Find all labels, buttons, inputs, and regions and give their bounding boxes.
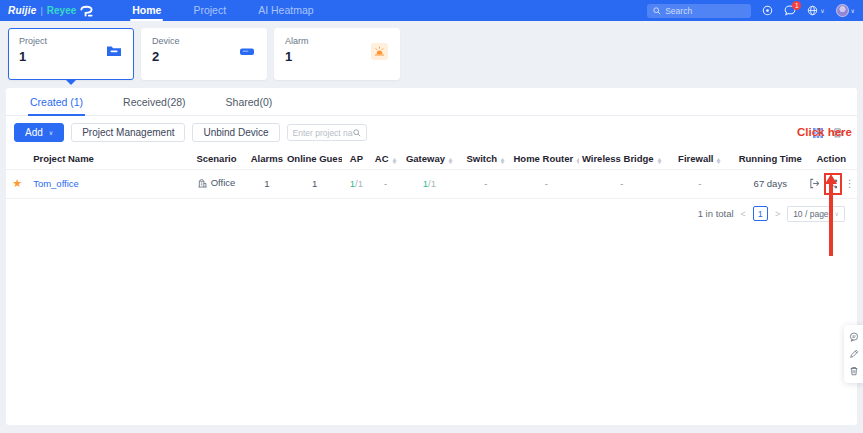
table-toolbar: Add ∨ Project Management Unbind Device: [6, 116, 857, 147]
nav-item-ai-heatmap[interactable]: AI Heatmap: [242, 0, 329, 21]
reyee-swan-icon: [79, 4, 94, 17]
firewall-value: -: [665, 169, 735, 198]
notification-badge: 1: [792, 1, 801, 10]
enter-project-icon[interactable]: [808, 177, 821, 190]
folder-icon: [106, 43, 122, 61]
search-icon: [353, 129, 361, 137]
ac-value: -: [371, 169, 401, 198]
col-firewall[interactable]: Firewall▲▼: [665, 148, 735, 169]
alarms-value: 1: [247, 169, 287, 198]
add-button[interactable]: Add ∨: [14, 123, 64, 142]
alarm-icon: [371, 43, 388, 60]
feedback-icon[interactable]: [849, 349, 859, 359]
sort-icon[interactable]: ▲▼: [716, 158, 721, 164]
wireless-bridge-value: -: [579, 169, 665, 198]
red-arrow-annotation: [824, 174, 837, 256]
running-time-value: 67 days: [735, 169, 805, 198]
col-scenario[interactable]: Scenario: [186, 148, 246, 169]
brand-logo[interactable]: Ruijie | Reyee: [8, 4, 94, 17]
ap-value: 1/1: [342, 169, 370, 198]
navbar-right: 1 ∨ ∨: [647, 4, 855, 18]
table-row: ★ Tom_office Office 1 1 1/1 - 1/1 - -: [6, 169, 857, 198]
project-name-link[interactable]: Tom_office: [33, 178, 79, 189]
favorite-column-header: [6, 148, 28, 169]
prev-page-icon[interactable]: <: [741, 209, 746, 219]
tab-received[interactable]: Received(28): [121, 88, 187, 115]
switch-value: -: [458, 169, 513, 198]
col-gateway[interactable]: Gateway▲▼: [401, 148, 458, 169]
brand-reyee: Reyee: [47, 5, 76, 16]
col-action: Action: [806, 148, 858, 169]
pagination: 1 in total < 1 > 10 / page ∨: [6, 199, 857, 222]
scenario-label: Office: [211, 177, 236, 188]
stat-card-alarm[interactable]: Alarm 1: [274, 28, 400, 80]
notification-icon[interactable]: 1: [784, 5, 796, 16]
nav-item-project[interactable]: Project: [177, 0, 242, 21]
stat-card-project[interactable]: Project 1: [8, 28, 134, 80]
stat-cards: Project 1 Device 2 Alarm 1: [0, 21, 863, 86]
online-guests-value: 1: [287, 169, 342, 198]
project-management-button[interactable]: Project Management: [71, 123, 185, 142]
chevron-down-icon: ∨: [851, 7, 855, 14]
sort-icon[interactable]: ▲▼: [576, 158, 579, 164]
unbind-device-button[interactable]: Unbind Device: [192, 123, 279, 142]
main-nav: Home Project AI Heatmap: [116, 0, 329, 21]
chat-support-icon[interactable]: [849, 332, 859, 342]
top-navbar: Ruijie | Reyee Home Project AI Heatmap 1…: [0, 0, 863, 21]
more-actions-icon[interactable]: ⋮: [845, 178, 855, 189]
selected-card-pointer: [66, 80, 76, 85]
avatar: [836, 4, 849, 17]
col-ac[interactable]: AC▲▼: [371, 148, 401, 169]
scan-icon[interactable]: [762, 5, 773, 16]
col-project-name[interactable]: Project Name: [28, 148, 186, 169]
click-here-annotation: Click here: [797, 126, 852, 138]
col-switch[interactable]: Switch▲▼: [458, 148, 513, 169]
sort-icon[interactable]: ▲▼: [500, 158, 505, 164]
col-online-guests[interactable]: Online Guests: [287, 148, 342, 169]
gateway-value: 1/1: [401, 169, 458, 198]
trash-icon[interactable]: [849, 366, 859, 376]
device-icon: [239, 43, 255, 61]
floating-side-toolbar: [844, 325, 863, 383]
arrow-shaft: [829, 183, 833, 256]
brand-ruijie: Ruijie: [8, 5, 36, 16]
search-icon: [653, 7, 661, 15]
stat-card-device[interactable]: Device 2: [141, 28, 267, 80]
language-selector[interactable]: ∨: [807, 5, 824, 16]
col-wireless-bridge[interactable]: Wireless Bridge▲▼: [579, 148, 665, 169]
next-page-icon[interactable]: >: [775, 209, 780, 219]
col-ap[interactable]: AP: [342, 148, 370, 169]
nav-item-home[interactable]: Home: [116, 0, 177, 21]
col-home-router[interactable]: Home Router▲▼: [513, 148, 578, 169]
favorite-star-icon[interactable]: ★: [12, 177, 22, 189]
brand-divider: |: [40, 6, 42, 16]
home-router-value: -: [513, 169, 578, 198]
total-count: 1 in total: [698, 208, 734, 219]
projects-table: Project Name Scenario Alarms Online Gues…: [6, 148, 857, 199]
tab-shared[interactable]: Shared(0): [224, 88, 275, 115]
global-search[interactable]: [647, 4, 751, 18]
page-number-button[interactable]: 1: [753, 206, 768, 221]
building-icon: [198, 178, 207, 188]
sort-icon[interactable]: ▲▼: [448, 158, 453, 164]
project-tabs: Created (1) Received(28) Shared(0): [6, 88, 857, 116]
col-alarms[interactable]: Alarms: [247, 148, 287, 169]
project-search-input[interactable]: [293, 128, 353, 138]
chevron-down-icon: ∨: [49, 129, 53, 136]
sort-icon[interactable]: ▲▼: [657, 158, 662, 164]
col-running-time[interactable]: Running Time: [735, 148, 805, 169]
project-search[interactable]: [287, 124, 367, 141]
tab-created[interactable]: Created (1): [28, 88, 85, 115]
table-header-row: Project Name Scenario Alarms Online Gues…: [6, 148, 857, 169]
global-search-input[interactable]: [665, 6, 745, 16]
main-panel: Created (1) Received(28) Shared(0) Add ∨…: [6, 88, 857, 425]
chevron-down-icon: ∨: [820, 7, 824, 14]
user-menu[interactable]: ∨: [836, 4, 855, 17]
sort-icon[interactable]: ▲▼: [392, 158, 397, 164]
